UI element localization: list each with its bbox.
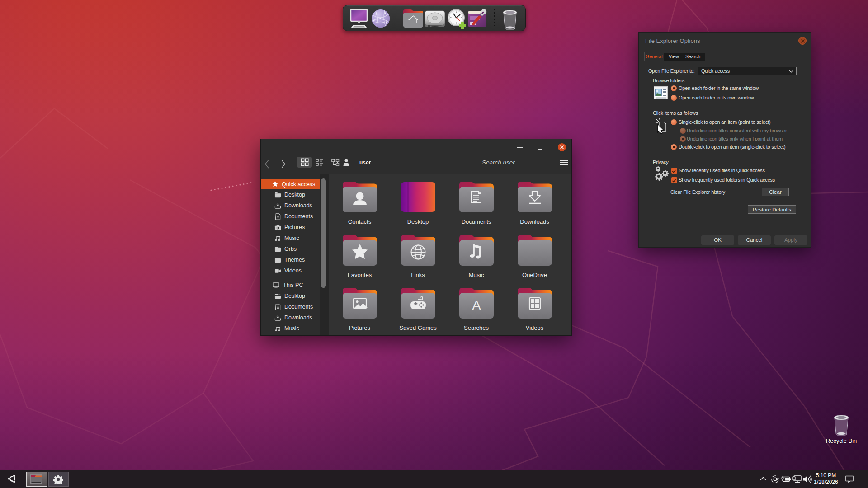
svg-text:A: A (472, 298, 481, 313)
